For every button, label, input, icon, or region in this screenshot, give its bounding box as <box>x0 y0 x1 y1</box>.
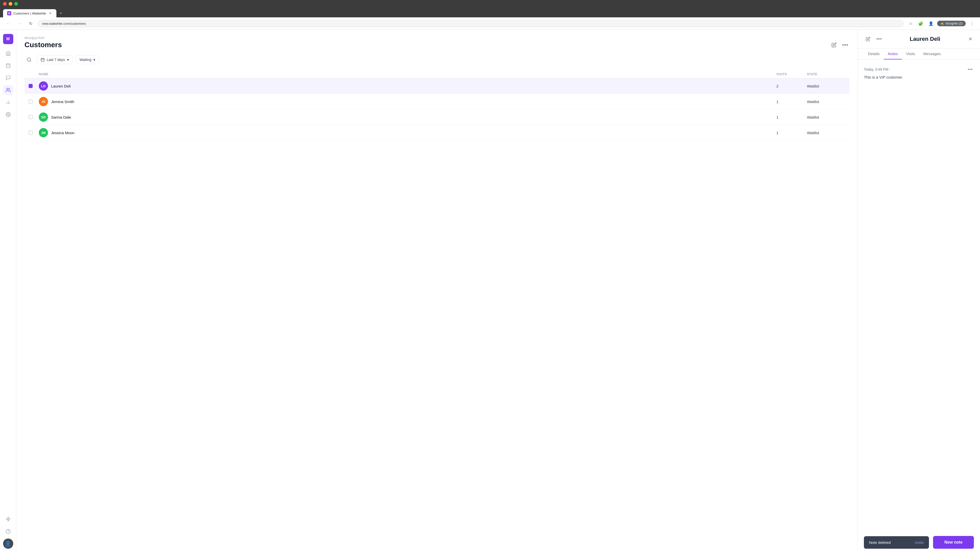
row-checkbox[interactable] <box>29 100 39 103</box>
tab-visits[interactable]: Visits <box>902 48 919 59</box>
search-btn[interactable] <box>24 55 34 64</box>
date-filter-btn[interactable]: Last 7 days ▾ <box>37 56 73 64</box>
tab-favicon: W <box>7 11 11 15</box>
customer-name: Lauren Deli <box>51 84 71 88</box>
incognito-label: Incognito (2) <box>945 22 963 25</box>
detail-panel: ••• Lauren Deli ✕ Details Notes Visits M… <box>858 30 980 551</box>
tab-notes[interactable]: Notes <box>884 48 902 59</box>
svg-line-13 <box>30 61 31 62</box>
user-avatar[interactable]: 👤 <box>3 538 13 549</box>
svg-rect-14 <box>41 59 44 62</box>
customers-table: NAME VISITS STATE LD Lauren Deli 2 Waitl… <box>24 70 850 141</box>
profile-btn[interactable]: 👤 <box>927 19 935 27</box>
table-row[interactable]: JS Jemina Smith 1 Waitlist <box>24 94 850 110</box>
note-text: This is a VIP customer. <box>864 75 974 79</box>
sidebar-item-lightning[interactable] <box>3 514 13 524</box>
main-content: Moodjoy7434 Customers ••• <box>16 30 980 551</box>
detail-header: ••• Lauren Deli ✕ <box>858 30 980 48</box>
address-bar[interactable]: new.waitwhile.com/customers <box>38 20 904 27</box>
filters-row: Last 7 days ▾ Waiting ▾ <box>24 55 850 64</box>
tab-title: Customers | Waitwhile <box>13 11 46 15</box>
notes-content: Today, 3:49 PM · ••• This is a VIP custo… <box>858 60 980 532</box>
snackbar-message: Note deleted <box>869 540 891 545</box>
table-row[interactable]: SD Sarina Dale 1 Waitlist <box>24 110 850 125</box>
row-checkbox[interactable] <box>29 130 39 135</box>
edit-btn[interactable] <box>830 41 838 49</box>
visits-cell: 1 <box>776 115 807 119</box>
tab-details[interactable]: Details <box>864 48 884 59</box>
new-note-btn[interactable]: New note <box>933 536 974 549</box>
visits-cell: 1 <box>776 100 807 104</box>
note-meta: Today, 3:49 PM · ••• <box>864 66 974 73</box>
state-cell: Waitlist <box>807 84 845 88</box>
sidebar: M 👤 <box>0 30 16 551</box>
tab-messages[interactable]: Messages <box>919 48 945 59</box>
sidebar-item-customers[interactable] <box>3 85 13 95</box>
svg-point-12 <box>27 58 30 61</box>
customer-cell: SD Sarina Dale <box>39 113 776 122</box>
row-checkbox[interactable] <box>29 115 39 119</box>
status-filter-btn[interactable]: Waiting ▾ <box>76 56 99 64</box>
sidebar-item-chat[interactable] <box>3 73 13 83</box>
table-row[interactable]: JM Jessica Moon 1 Waitlist <box>24 125 850 141</box>
row-checkbox[interactable] <box>29 84 39 88</box>
sidebar-item-settings[interactable] <box>3 110 13 120</box>
customer-avatar: LD <box>39 81 48 91</box>
checkbox-header <box>29 73 39 76</box>
state-header: STATE <box>807 73 845 76</box>
visits-cell: 1 <box>776 130 807 135</box>
table-row[interactable]: LD Lauren Deli 2 Waitlist <box>24 78 850 94</box>
status-filter-label: Waiting <box>80 58 91 62</box>
browser-tab[interactable]: W Customers | Waitwhile ✕ <box>3 9 56 17</box>
new-tab-btn[interactable]: + <box>57 10 65 17</box>
header-actions: ••• <box>830 41 850 49</box>
detail-close-btn[interactable]: ✕ <box>967 35 974 43</box>
status-filter-chevron: ▾ <box>94 58 95 62</box>
bottom-bar: Note deleted Undo New note <box>858 532 980 551</box>
note-item: Today, 3:49 PM · ••• This is a VIP custo… <box>864 66 974 83</box>
browser-close-btn[interactable] <box>3 2 6 6</box>
date-filter-label: Last 7 days <box>47 58 65 62</box>
detail-more-btn[interactable]: ••• <box>875 35 883 43</box>
customer-cell: JS Jemina Smith <box>39 97 776 106</box>
table-header: NAME VISITS STATE <box>24 70 850 78</box>
customer-avatar: JM <box>39 128 48 137</box>
workspace-avatar[interactable]: M <box>3 34 13 44</box>
sidebar-item-help[interactable] <box>3 526 13 537</box>
note-more-btn[interactable]: ••• <box>967 66 974 73</box>
forward-btn[interactable]: → <box>15 19 24 27</box>
svg-rect-0 <box>6 64 10 68</box>
customer-name: Sarina Dale <box>51 115 71 119</box>
detail-edit-btn[interactable] <box>864 35 872 43</box>
browser-max-btn[interactable] <box>14 2 18 6</box>
customers-panel: Moodjoy7434 Customers ••• <box>16 30 858 551</box>
url-text: new.waitwhile.com/customers <box>42 22 86 25</box>
customer-avatar: SD <box>39 113 48 122</box>
back-btn[interactable]: ← <box>4 19 12 27</box>
page-header: Customers ••• <box>24 41 850 49</box>
date-filter-chevron: ▾ <box>67 58 69 62</box>
browser-min-btn[interactable] <box>9 2 12 6</box>
customer-name: Jemina Smith <box>51 100 74 104</box>
sidebar-item-analytics[interactable] <box>3 97 13 107</box>
sidebar-item-calendar[interactable] <box>3 60 13 71</box>
state-cell: Waitlist <box>807 100 845 104</box>
more-btn[interactable]: ⋮ <box>968 19 976 27</box>
snackbar: Note deleted Undo <box>864 536 929 549</box>
undo-btn[interactable]: Undo <box>915 540 924 545</box>
name-header: NAME <box>39 73 776 76</box>
customer-avatar: JS <box>39 97 48 106</box>
more-options-btn[interactable]: ••• <box>841 41 850 49</box>
state-cell: Waitlist <box>807 115 845 119</box>
sidebar-item-home[interactable] <box>3 48 13 59</box>
reload-btn[interactable]: ↻ <box>27 19 35 27</box>
extensions-btn[interactable]: 🧩 <box>917 19 925 27</box>
workspace-name: Moodjoy7434 <box>24 36 45 40</box>
incognito-badge[interactable]: 🕵️ Incognito (2) <box>937 21 966 26</box>
detail-header-actions: ••• <box>864 35 883 43</box>
state-cell: Waitlist <box>807 130 845 135</box>
customer-cell: JM Jessica Moon <box>39 128 776 137</box>
tab-close-btn[interactable]: ✕ <box>48 11 52 15</box>
bookmark-btn[interactable]: ☆ <box>907 19 915 27</box>
svg-point-4 <box>6 88 8 90</box>
